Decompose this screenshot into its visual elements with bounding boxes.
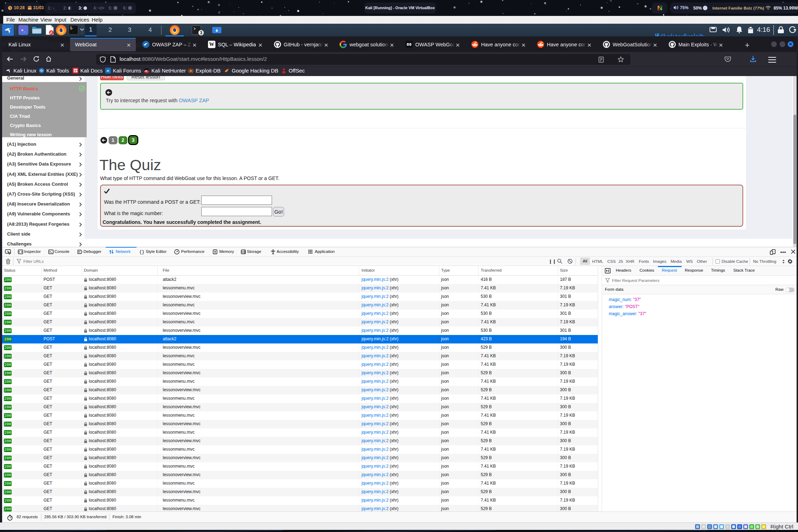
svg-text:{}: {} [139, 250, 144, 255]
svg-text:W: W [209, 41, 214, 47]
